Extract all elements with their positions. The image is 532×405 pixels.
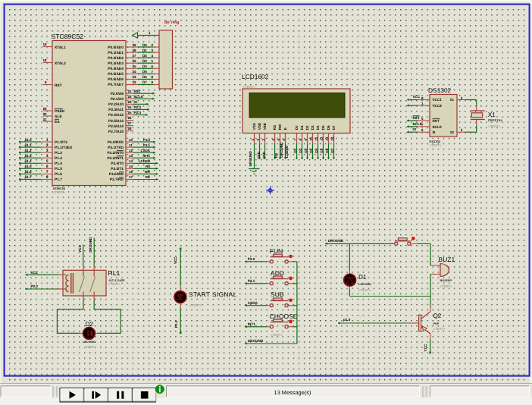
svg-text:LED-RED: LED-RED — [358, 283, 371, 286]
svg-text:GROUND: GROUND — [280, 142, 283, 158]
svg-text:D7: D7 — [332, 125, 336, 130]
svg-text:P3.1: P3.1 — [143, 143, 151, 147]
svg-text:RS: RS — [146, 165, 150, 168]
svg-text:P2.3: P2.3 — [30, 284, 38, 288]
svg-text:RST: RST — [413, 116, 420, 120]
svg-text:LCDEN: LCDEN — [139, 159, 150, 163]
svg-text:VEE: VEE — [263, 123, 267, 130]
svg-text:12: 12 — [320, 137, 324, 141]
svg-text:X2: X2 — [450, 130, 455, 134]
svg-text:D6: D6 — [327, 125, 330, 130]
svg-text:p1.1: p1.1 — [24, 143, 32, 147]
svg-text:p1.7: p1.7 — [24, 175, 32, 179]
svg-text:INT1: INT1 — [142, 154, 150, 158]
svg-text:D7: D7 — [330, 148, 334, 152]
svg-text:CRYSTAL: CRYSTAL — [488, 118, 503, 122]
svg-text:RL1: RL1 — [108, 269, 120, 277]
svg-text:P0.1/AD1: P0.1/AD1 — [108, 51, 124, 55]
svg-text:INT1: INT1 — [248, 322, 255, 326]
svg-text:<TEXT>: <TEXT> — [488, 124, 500, 128]
svg-text:14: 14 — [330, 137, 334, 141]
svg-text:STC89C52: STC89C52 — [52, 33, 84, 40]
svg-text:VCC: VCC — [78, 245, 82, 253]
svg-text:P1.5: P1.5 — [55, 167, 62, 171]
svg-text:RST: RST — [134, 89, 141, 93]
svg-text:17: 17 — [129, 175, 133, 179]
svg-text:25: 25 — [128, 111, 133, 115]
svg-text:<TEXT>: <TEXT> — [430, 143, 442, 147]
svg-text:29: 29 — [42, 107, 47, 111]
svg-text:D2: D2 — [142, 54, 147, 58]
svg-text:39: 39 — [133, 43, 137, 47]
svg-text:P0.3/AD3: P0.3/AD3 — [108, 61, 124, 66]
svg-text:P1.4: P1.4 — [55, 162, 62, 166]
svg-text:IO: IO — [413, 127, 417, 131]
svg-text:P2.7/A15: P2.7/A15 — [108, 130, 124, 134]
svg-text:35: 35 — [133, 64, 137, 68]
svg-text:p1.2: p1.2 — [24, 149, 32, 152]
svg-text:11: 11 — [129, 143, 133, 147]
svg-text:GROUND: GROUND — [249, 150, 252, 166]
svg-text:X1: X1 — [450, 98, 455, 102]
svg-text:SCLK: SCLK — [134, 95, 144, 99]
svg-text:13: 13 — [325, 137, 329, 141]
svg-text:P3.1/TXD: P3.1/TXD — [108, 146, 124, 150]
svg-text:P1.6: P1.6 — [55, 172, 62, 177]
svg-text:P0.6/AD6: P0.6/AD6 — [108, 77, 124, 82]
svg-text:ADD: ADD — [271, 269, 284, 277]
svg-text:37: 37 — [133, 54, 137, 58]
svg-text:16: 16 — [129, 170, 133, 174]
svg-text:p1.3: p1.3 — [24, 154, 32, 158]
svg-text:P3.0: P3.0 — [143, 138, 151, 142]
svg-text:D2: D2 — [305, 125, 309, 130]
svg-text:X1: X1 — [488, 111, 496, 118]
svg-text:VCC1: VCC1 — [433, 98, 443, 102]
svg-text:15: 15 — [129, 165, 133, 168]
svg-text:P1.0/T2: P1.0/T2 — [55, 140, 67, 145]
svg-text:P2.4: P2.4 — [174, 320, 178, 328]
svg-text:de ring: de ring — [164, 20, 180, 25]
svg-text:D6: D6 — [142, 75, 147, 79]
svg-text:36: 36 — [133, 59, 137, 63]
svg-text:DS1302: DS1302 — [430, 140, 441, 143]
svg-text:p1.6: p1.6 — [24, 170, 32, 174]
svg-text:DS1302: DS1302 — [428, 86, 452, 94]
svg-text:RST: RST — [55, 83, 62, 88]
svg-text:D6: D6 — [325, 148, 329, 152]
svg-text:D5: D5 — [142, 70, 147, 74]
svg-text:31: 31 — [42, 118, 47, 121]
svg-text:D3: D3 — [309, 148, 313, 152]
svg-text:VCC2: VCC2 — [433, 104, 443, 108]
svg-text:P2.5/A13: P2.5/A13 — [108, 119, 124, 124]
svg-text:SCLK: SCLK — [413, 122, 423, 126]
svg-text:24: 24 — [128, 105, 133, 109]
svg-text:D1: D1 — [299, 148, 302, 152]
svg-text:23: 23 — [128, 100, 133, 104]
svg-text:D1: D1 — [358, 274, 367, 281]
svg-text:<TEXT>: <TEXT> — [84, 345, 96, 349]
svg-text:JZC-17142S: JZC-17142S — [108, 279, 125, 282]
svg-text:P1.7: P1.7 — [55, 177, 62, 182]
svg-text:34: 34 — [133, 70, 137, 74]
svg-text:26: 26 — [128, 116, 133, 120]
svg-text:D7: D7 — [142, 80, 147, 84]
svg-text:P2.3: P2.3 — [134, 105, 142, 109]
svg-text:P2.0/A8: P2.0/A8 — [111, 92, 124, 96]
svg-text:19: 19 — [42, 42, 47, 46]
svg-text:P0.2/AD2: P0.2/AD2 — [108, 56, 124, 61]
svg-text:Q2: Q2 — [433, 312, 442, 319]
svg-text:P3.7/RD: P3.7/RD — [110, 177, 124, 182]
svg-text:E: E — [283, 127, 287, 130]
svg-text:GROUND: GROUND — [248, 339, 264, 343]
svg-text:P3.4/T0: P3.4/T0 — [111, 162, 124, 166]
svg-text:<TEXT>: <TEXT> — [189, 303, 202, 307]
svg-text:10: 10 — [309, 137, 313, 141]
svg-text:<TEXT>: <TEXT> — [358, 288, 371, 292]
svg-text:P0.4/AD4: P0.4/AD4 — [108, 67, 124, 71]
svg-text:PNP: PNP — [433, 322, 440, 325]
svg-text:RD: RD — [146, 175, 150, 179]
svg-text:D3: D3 — [311, 125, 315, 130]
svg-text:D5: D5 — [320, 148, 324, 152]
svg-text:LCDEN: LCDEN — [285, 145, 289, 158]
svg-text:D4: D4 — [316, 125, 320, 130]
